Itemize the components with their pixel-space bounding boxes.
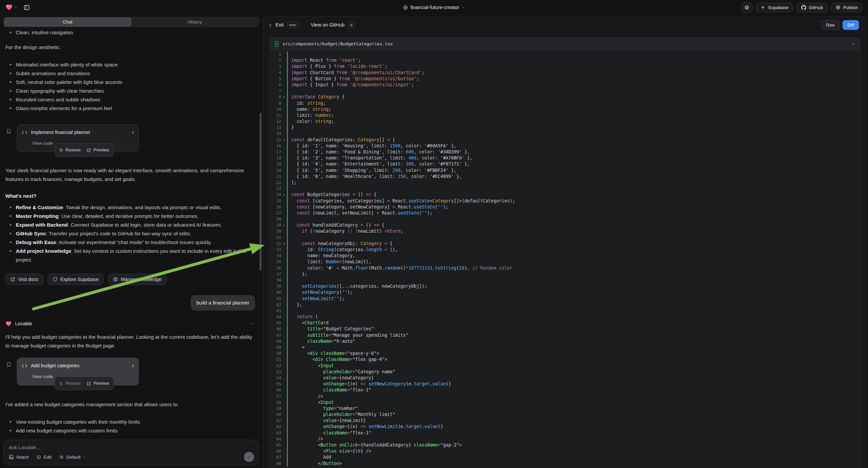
code-line: 63 className="flex-1" <box>270 430 860 436</box>
fold-gutter <box>281 265 287 271</box>
code-line: 65 <Button onClick={handleAddCategory} c… <box>270 442 860 448</box>
code-body[interactable]: 12import React from 'react';3import { Pl… <box>270 50 860 468</box>
bookmark-icon[interactable] <box>6 128 11 134</box>
preview-button[interactable]: Preview <box>87 379 109 388</box>
diff-added-bar <box>287 393 288 400</box>
collapse-file-button[interactable] <box>851 41 856 46</box>
diff-added-bar <box>287 222 288 228</box>
message-menu-button[interactable]: ⋯ <box>250 319 255 328</box>
chevron-right-icon: › <box>132 128 134 137</box>
tab-chat[interactable]: Chat <box>4 18 131 27</box>
bookmark-icon[interactable] <box>6 362 11 367</box>
external-link-icon <box>87 148 91 152</box>
fold-gutter <box>281 113 287 118</box>
supabase-button[interactable]: Supabase <box>756 3 793 12</box>
tab-history[interactable]: History <box>131 18 258 27</box>
diff-toggle-button[interactable]: Diff <box>842 20 859 30</box>
restore-button[interactable]: ↻Restore <box>59 379 81 388</box>
file-header[interactable]: src/components/budget/BudgetCategories.t… <box>270 38 860 50</box>
line-number: 66 <box>270 448 281 454</box>
code-line: 38 <box>270 277 860 283</box>
line-number: 41 <box>270 296 281 302</box>
diff-added-bar <box>287 326 288 332</box>
line-number: 68 <box>270 461 281 467</box>
fold-chevron-icon[interactable]: ∨ <box>281 94 287 100</box>
publish-button[interactable]: Publish <box>831 3 863 12</box>
code-line: 6import { Input } from '@/components/ui/… <box>270 82 860 88</box>
view-on-github-link[interactable]: View on GitHub <box>311 22 344 28</box>
diff-added-bar <box>287 51 288 57</box>
fold-chevron-icon[interactable]: ∨ <box>281 222 287 228</box>
attach-button[interactable]: Attach <box>9 455 29 460</box>
bullet-icon <box>10 72 11 74</box>
diff-added-bar <box>287 418 288 424</box>
diff-added-bar <box>287 277 288 283</box>
code-line: 45 <ChartCard <box>270 320 860 326</box>
line-number: 36 <box>270 265 281 271</box>
fold-gutter <box>281 345 287 351</box>
line-number: 26 <box>270 204 281 210</box>
fold-chevron-icon[interactable]: ∨ <box>281 137 287 143</box>
list-item: Expand with Backend: Connect Supabase to… <box>5 221 255 229</box>
toggle-sidebar-button[interactable] <box>23 4 31 11</box>
github-icon <box>801 5 806 10</box>
exit-button[interactable]: Exit <box>276 22 283 28</box>
diff-added-bar <box>287 137 288 143</box>
code-line: 30 if (!newCategory || !newLimit) return… <box>270 228 860 234</box>
diff-added-bar <box>287 235 288 241</box>
edit-mode-button[interactable]: Edit <box>36 455 51 460</box>
fold-gutter <box>281 124 287 130</box>
chat-scrollbar[interactable] <box>260 113 261 271</box>
raw-toggle-button[interactable]: Raw <box>821 20 840 30</box>
fold-chevron-icon[interactable]: ∨ <box>281 241 287 247</box>
line-number: 20 <box>270 168 281 174</box>
project-selector[interactable]: financial-future-creator <box>403 5 465 10</box>
line-number: 3 <box>270 63 281 69</box>
package-icon <box>113 277 118 282</box>
fold-gutter <box>281 235 287 241</box>
list-item: Rounded corners and subtle shadows <box>5 95 255 104</box>
diff-added-bar <box>287 94 288 100</box>
line-number: 55 <box>270 381 281 387</box>
restore-button[interactable]: ↻Restore <box>59 146 81 154</box>
preview-button[interactable]: Preview <box>87 146 109 154</box>
line-number: 61 <box>270 418 281 424</box>
fold-chevron-icon[interactable]: ∨ <box>281 192 287 198</box>
manage-knowledge-button[interactable]: Manage knowledge <box>108 273 166 285</box>
code-line: 36 color: '#' + Math.floor(Math.random()… <box>270 265 860 271</box>
send-button[interactable]: ↑ <box>244 452 254 462</box>
fold-gutter <box>281 228 287 234</box>
code-line: 56 className="flex-1" <box>270 387 860 393</box>
chat-input[interactable]: Ask Lovable... <box>9 444 253 450</box>
code-line: 57 /> <box>270 393 860 400</box>
panel-left-icon <box>24 4 30 11</box>
list-item: Glass-morphic elements for a premium fee… <box>5 104 255 113</box>
code-line: 22]; <box>270 180 860 186</box>
chevron-down-icon <box>83 456 86 459</box>
version-card-implement-financial-planner[interactable]: Implement financial planner › View code … <box>17 124 139 152</box>
diff-added-bar <box>287 113 288 118</box>
topbar-actions: ⚙ Supabase GitHub Publish <box>741 3 863 12</box>
explore-supabase-button[interactable]: Explore Supabase <box>48 273 104 285</box>
lovable-menu-button[interactable] <box>5 4 18 11</box>
version-card-add-budget-categories[interactable]: Add budget categories › View code ↻Resto… <box>17 357 139 385</box>
list-item: View existing budget categories with the… <box>5 418 255 427</box>
whats-next-heading: What's next? <box>5 192 255 200</box>
version-title: Implement financial planner <box>31 128 128 137</box>
model-selector[interactable]: Default <box>59 455 86 460</box>
line-number: 31 <box>270 235 281 241</box>
line-number: 58 <box>270 400 281 406</box>
code-line: 21 { id: '6', name: 'Healthcare', limit:… <box>270 174 860 180</box>
code-line: 13} <box>270 124 860 130</box>
settings-button[interactable]: ⚙ <box>741 3 752 12</box>
list-item: Each category gets a unique color for vi… <box>5 435 255 436</box>
github-button[interactable]: GitHub <box>797 3 828 12</box>
diff-added-bar <box>287 118 288 124</box>
aesthetic-bullet-list: Minimalist interface with plenty of whit… <box>5 60 255 113</box>
diff-added-bar <box>287 363 288 369</box>
chat-scrollback[interactable]: Clean, intuitive navigation For the desi… <box>0 28 260 436</box>
line-number: 30 <box>270 228 281 234</box>
visit-docs-button[interactable]: Visit docs <box>5 273 43 285</box>
line-number: 22 <box>270 180 281 186</box>
line-number: 10 <box>270 107 281 113</box>
